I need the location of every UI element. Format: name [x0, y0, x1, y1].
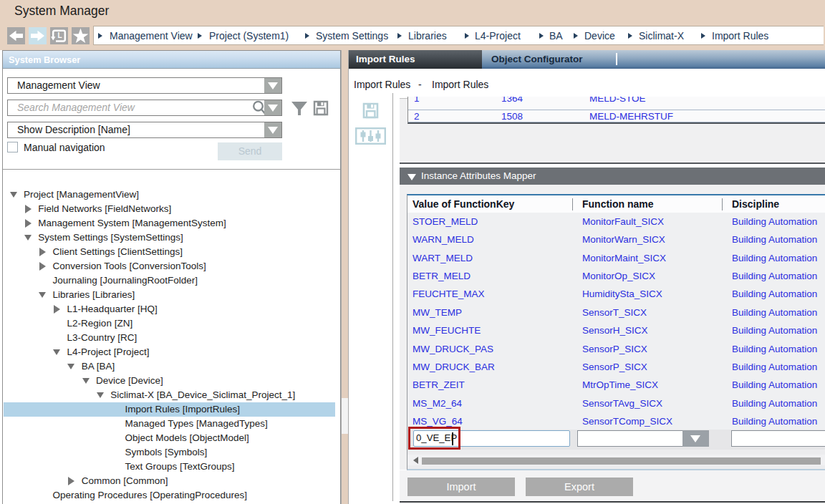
svg-text:L: L	[58, 32, 62, 39]
